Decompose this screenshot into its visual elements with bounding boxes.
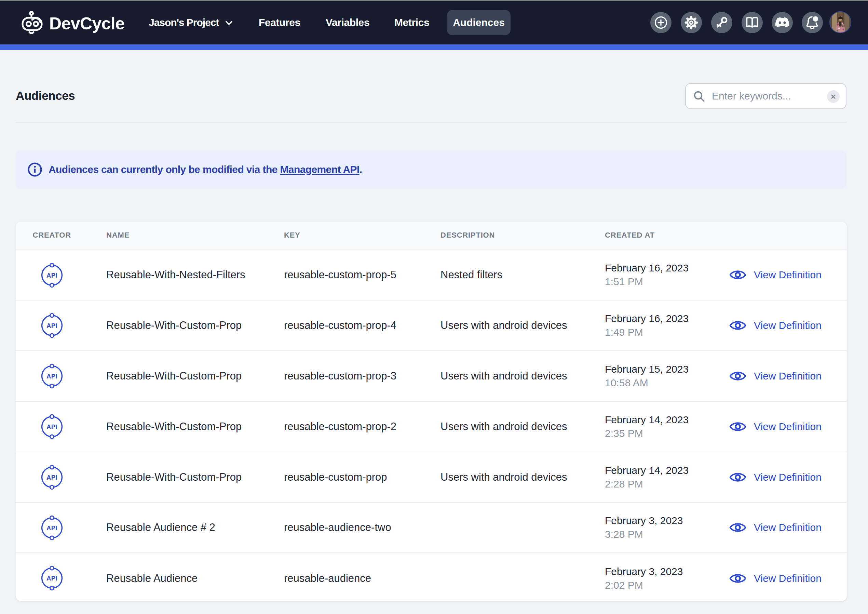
- svg-text:API: API: [46, 524, 57, 531]
- svg-text:API: API: [46, 474, 57, 481]
- svg-text:API: API: [46, 373, 57, 380]
- svg-text:API: API: [46, 322, 57, 329]
- svg-text:API: API: [46, 423, 57, 431]
- svg-text:API: API: [46, 575, 57, 582]
- svg-text:API: API: [46, 272, 57, 278]
